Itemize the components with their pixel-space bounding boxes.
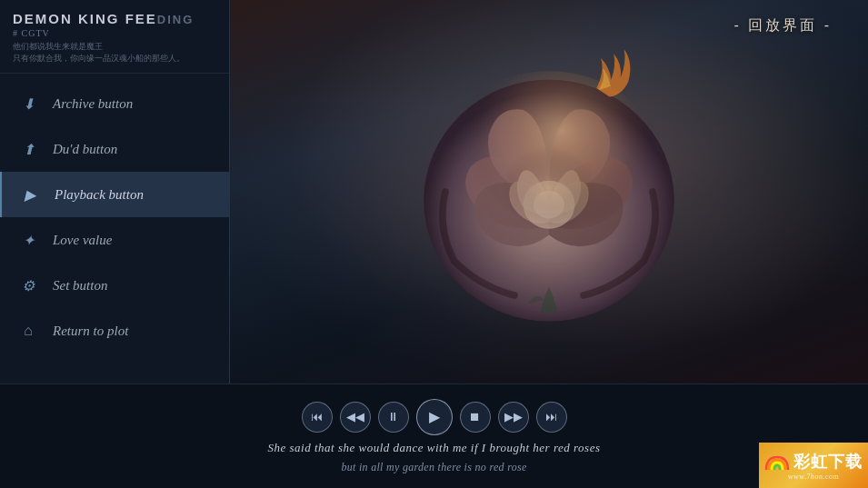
rose-illustration bbox=[376, 19, 722, 364]
playback-icon: ▶ bbox=[20, 184, 40, 204]
return-icon: ⌂ bbox=[18, 321, 38, 341]
watermark-url: www.7hon.com bbox=[788, 473, 840, 481]
settings-icon: ⚙ bbox=[18, 275, 38, 295]
pause-button[interactable]: ⏸ bbox=[378, 402, 409, 433]
watermark-text: 彩虹下载 bbox=[793, 451, 863, 473]
sidebar-item-dud[interactable]: ⬆Du'd button bbox=[0, 126, 229, 172]
svg-point-4 bbox=[480, 140, 618, 261]
sidebar-item-settings[interactable]: ⚙Set button bbox=[0, 263, 229, 308]
fast-forward-button[interactable]: ▶▶ bbox=[498, 402, 529, 433]
sidebar-subtitle: # CGTV bbox=[13, 28, 216, 38]
skip-back-button[interactable]: ⏮ bbox=[302, 402, 333, 433]
rainbow-icon bbox=[764, 452, 790, 472]
dud-icon: ⬆ bbox=[18, 139, 38, 159]
archive-icon: ⬇ bbox=[18, 94, 38, 114]
sidebar-desc: 他们都说我生来就是魔王 只有你默合我，你向缘一品汉魂小船的那些人。 bbox=[13, 41, 216, 64]
sidebar-item-label-dud: Du'd button bbox=[53, 142, 117, 157]
content-area: - 回放界面 - bbox=[230, 0, 868, 383]
watermark: 彩虹下载 www.7hon.com bbox=[759, 443, 868, 488]
bottom-player: ⏮◀◀⏸▶⏹▶▶⏭ She said that she would dance … bbox=[0, 383, 868, 488]
rewind-button[interactable]: ◀◀ bbox=[340, 402, 371, 433]
skip-forward-button[interactable]: ⏭ bbox=[536, 402, 567, 433]
sidebar-item-playback[interactable]: ▶Playback button bbox=[0, 172, 229, 217]
lyrics-line1: She said that she would dance with me if… bbox=[267, 441, 600, 455]
sidebar-item-label-love: Love value bbox=[53, 233, 112, 248]
player-controls: ⏮◀◀⏸▶⏹▶▶⏭ bbox=[302, 399, 567, 435]
sidebar-title: DEMON KING FEEDING bbox=[13, 11, 216, 26]
sidebar: DEMON KING FEEDING # CGTV 他们都说我生来就是魔王 只有… bbox=[0, 0, 230, 383]
sidebar-item-label-settings: Set button bbox=[53, 278, 107, 294]
sidebar-item-label-playback: Playback button bbox=[55, 187, 144, 203]
sidebar-item-love[interactable]: ✦Love value bbox=[0, 217, 229, 263]
sidebar-header: DEMON KING FEEDING # CGTV 他们都说我生来就是魔王 只有… bbox=[0, 0, 229, 74]
sidebar-item-return[interactable]: ⌂Return to plot bbox=[0, 308, 229, 354]
sidebar-menu: ⬇Archive button⬆Du'd button▶Playback but… bbox=[0, 74, 229, 383]
lyrics-line2: but in all my garden there is no red ros… bbox=[341, 461, 526, 474]
rose-container bbox=[230, 0, 868, 383]
sidebar-item-label-archive: Archive button bbox=[53, 96, 133, 112]
sidebar-item-archive[interactable]: ⬇Archive button bbox=[0, 81, 229, 126]
playback-label: - 回放界面 - bbox=[733, 16, 832, 35]
stop-button[interactable]: ⏹ bbox=[460, 402, 491, 433]
sidebar-item-label-return: Return to plot bbox=[53, 324, 128, 339]
main-container: DEMON KING FEEDING # CGTV 他们都说我生来就是魔王 只有… bbox=[0, 0, 868, 383]
play-button[interactable]: ▶ bbox=[416, 399, 453, 435]
love-icon: ✦ bbox=[18, 230, 38, 250]
